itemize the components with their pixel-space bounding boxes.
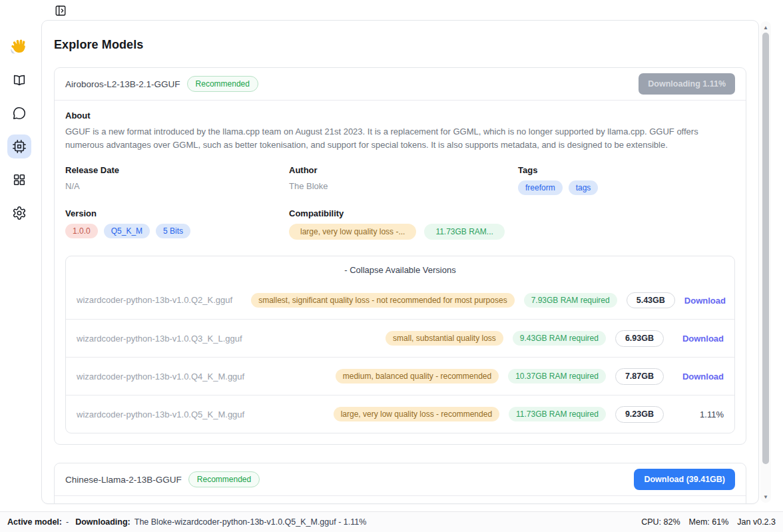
download-link[interactable]: Download [684, 296, 726, 306]
version-label: Version [65, 208, 289, 218]
release-date-label: Release Date [65, 165, 289, 175]
vertical-scrollbar[interactable]: ▲ ▼ [760, 21, 771, 503]
file-size-pill: 5.43GB [627, 292, 675, 309]
model-version-row: wizardcoder-python-13b-v1.0.Q2_K.gguf sm… [66, 281, 734, 319]
app-window: Explore Models Airoboros-L2-13B-2.1-GGUF… [0, 0, 783, 532]
version-file-name: wizardcoder-python-13b-v1.0.Q5_K_M.gguf [77, 409, 244, 419]
model-card-header: Airoboros-L2-13B-2.1-GGUF Recommended Do… [55, 68, 746, 101]
app-version: Jan v0.2.3 [737, 517, 776, 527]
cpu-chip-icon [12, 139, 27, 154]
ram-pill: 11.73GB RAM required [509, 407, 606, 421]
page-title: Explore Models [54, 38, 746, 52]
scrollbar-thumb[interactable] [762, 33, 769, 464]
status-right: CPU: 82% Mem: 61% Jan v0.2.3 [641, 517, 776, 527]
app-logo [7, 35, 31, 59]
cpu-usage: CPU: 82% [641, 517, 680, 527]
download-link[interactable]: Download [682, 334, 724, 344]
gear-icon [12, 206, 27, 220]
main-panel: Explore Models Airoboros-L2-13B-2.1-GGUF… [41, 20, 759, 504]
model-version-row: wizardcoder-python-13b-v1.0.Q3_K_L.gguf … [66, 319, 734, 357]
file-size-pill: 9.23GB [615, 406, 664, 423]
tags-block: Tags freeform tags [518, 165, 735, 195]
quality-pill: medium, balanced quality - recommended [336, 369, 499, 384]
book-icon [12, 73, 27, 87]
quality-pill: large, very low quality loss - recommend… [334, 407, 499, 421]
download-model-button[interactable]: Download (39.41GB) [634, 469, 735, 490]
ram-pill: 11.73GB RAM... [424, 224, 504, 240]
model-title: Chinese-Llama-2-13B-GGUF [65, 475, 182, 485]
model-card-body: About [55, 496, 746, 504]
file-size-pill: 6.93GB [615, 330, 664, 347]
collapse-available-versions-toggle[interactable]: - Collapse Available Versions [66, 256, 734, 281]
available-versions-box: - Collapse Available Versions wizardcode… [65, 256, 735, 433]
recommended-badge: Recommended [188, 471, 260, 487]
download-percent-text: 1.11% [700, 409, 724, 419]
model-version-row: wizardcoder-python-13b-v1.0.Q4_K_M.gguf … [66, 357, 734, 395]
scroll-down-arrow[interactable]: ▼ [760, 492, 771, 501]
status-bar: Active model: - Downloading: The Bloke-w… [0, 511, 783, 532]
compatibility-block: Compatibility large, very low quality lo… [289, 208, 735, 240]
model-version-row: wizardcoder-python-13b-v1.0.Q5_K_M.gguf … [66, 395, 734, 433]
model-card-chinese-llama: Chinese-Llama-2-13B-GGUF Recommended Dow… [54, 463, 746, 504]
about-label: About [65, 111, 735, 121]
download-link[interactable]: Download [682, 372, 724, 382]
tag-pill: freeform [518, 180, 563, 195]
model-card-airoboros: Airoboros-L2-13B-2.1-GGUF Recommended Do… [54, 67, 746, 445]
author-value: The Bloke [289, 181, 518, 191]
grid-icon [12, 172, 27, 187]
about-text: GGUF is a new format introduced by the l… [65, 125, 735, 152]
author-label: Author [289, 165, 518, 175]
release-date-block: Release Date N/A [65, 165, 289, 195]
sidebar-item-settings[interactable] [7, 201, 31, 225]
ram-pill: 7.93GB RAM required [524, 293, 617, 308]
model-card-body: About GGUF is a new format introduced by… [55, 101, 746, 444]
ram-pill: 10.37GB RAM required [508, 369, 606, 384]
tags-label: Tags [518, 165, 735, 175]
top-bar [0, 0, 783, 20]
quality-pill: smallest, significant quality loss - not… [251, 293, 515, 308]
compatibility-label: Compatibility [289, 208, 735, 218]
bits-pill: 5 Bits [156, 224, 190, 238]
version-file-name: wizardcoder-python-13b-v1.0.Q4_K_M.gguf [77, 372, 244, 382]
active-model-value: - [66, 517, 69, 527]
sidebar-item-guides[interactable] [7, 68, 31, 92]
active-model-label: Active model: [7, 517, 62, 527]
author-block: Author The Bloke [289, 165, 518, 195]
quantization-pill: Q5_K_M [104, 224, 150, 238]
wave-hand-icon [11, 38, 28, 55]
downloading-label: Downloading: [75, 517, 130, 527]
ram-pill: 9.43GB RAM required [513, 331, 606, 346]
memory-usage: Mem: 61% [689, 517, 729, 527]
sidebar-toggle-button[interactable] [55, 5, 67, 17]
sidebar-item-explore-models[interactable] [7, 134, 31, 158]
file-size-pill: 7.87GB [615, 368, 664, 385]
version-block: Version 1.0.0 Q5_K_M 5 Bits [65, 208, 289, 240]
model-title: Airoboros-L2-13B-2.1-GGUF [65, 79, 180, 89]
downloading-progress-button[interactable]: Downloading 1.11% [639, 73, 735, 95]
model-card-header: Chinese-Llama-2-13B-GGUF Recommended Dow… [55, 463, 746, 496]
quality-pill: small, substantial quality loss [386, 331, 503, 346]
panel-toggle-icon [55, 9, 67, 19]
sidebar-item-chat[interactable] [7, 101, 31, 125]
scroll-up-arrow[interactable]: ▲ [760, 23, 771, 32]
quality-pill: large, very low quality loss -... [289, 224, 416, 240]
recommended-badge: Recommended [187, 76, 258, 92]
release-date-value: N/A [65, 181, 289, 191]
version-file-name: wizardcoder-python-13b-v1.0.Q3_K_L.gguf [77, 334, 242, 344]
version-pill: 1.0.0 [65, 224, 98, 238]
sidebar [0, 20, 39, 511]
version-file-name: wizardcoder-python-13b-v1.0.Q2_K.gguf [77, 295, 232, 305]
sidebar-item-plugins[interactable] [7, 168, 31, 192]
chat-bubble-icon [12, 106, 27, 121]
status-left: Active model: - Downloading: The Bloke-w… [7, 517, 366, 527]
downloading-value: The Bloke-wizardcoder-python-13b-v1.0.Q5… [134, 517, 367, 527]
tag-pill: tags [569, 180, 599, 195]
